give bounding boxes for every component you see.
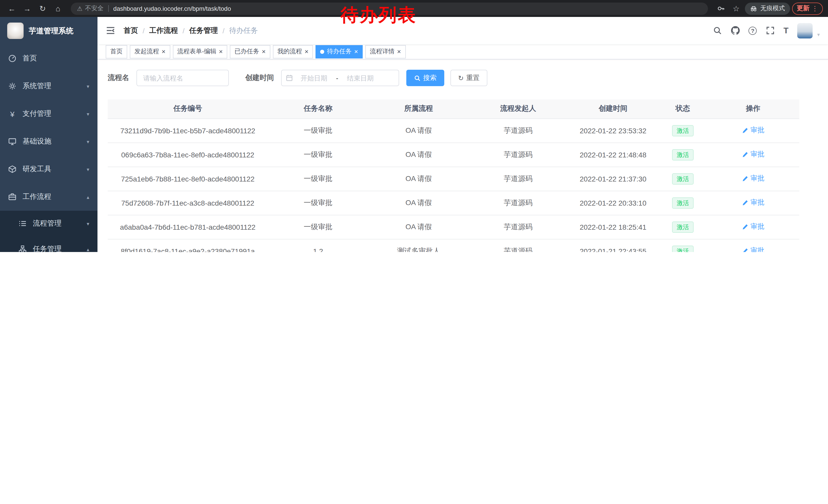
- github-icon[interactable]: [731, 26, 740, 35]
- approve-link[interactable]: 审批: [742, 150, 764, 159]
- cube-icon: [8, 165, 16, 173]
- close-icon[interactable]: ×: [162, 48, 165, 55]
- cell-process: OA 请假: [368, 167, 469, 191]
- column-status: 状态: [659, 99, 707, 119]
- sidebar-toggle-icon[interactable]: [106, 26, 115, 35]
- breadcrumb-item[interactable]: 工作流程: [149, 26, 178, 35]
- font-size-icon[interactable]: T: [783, 26, 788, 35]
- column-create-time: 创建时间: [567, 99, 659, 119]
- sidebar-item-payment[interactable]: ¥ 支付管理 ▾: [0, 100, 97, 128]
- close-icon[interactable]: ×: [354, 48, 358, 55]
- chevron-down-icon: ▾: [87, 83, 89, 89]
- reload-icon[interactable]: ↻: [36, 2, 49, 15]
- status-badge: 激活: [672, 221, 694, 232]
- tab-my-process[interactable]: 我的流程 ×: [273, 45, 313, 58]
- sidebar-item-process-management[interactable]: 流程管理 ▾: [0, 211, 97, 236]
- update-label: 更新: [797, 4, 810, 13]
- address-bar[interactable]: ⚠ 不安全 dashboard.yudao.iocoder.cn/bpm/tas…: [71, 2, 708, 15]
- key-icon[interactable]: [714, 2, 728, 15]
- avatar[interactable]: [797, 23, 813, 38]
- logo-image: [7, 22, 24, 39]
- tab-done-tasks[interactable]: 已办任务 ×: [230, 45, 270, 58]
- close-icon[interactable]: ×: [219, 48, 223, 55]
- search-icon[interactable]: [713, 26, 722, 35]
- edit-icon: [742, 224, 748, 230]
- fullscreen-icon[interactable]: [765, 26, 775, 35]
- close-icon[interactable]: ×: [262, 48, 265, 55]
- cell-actions: 审批: [707, 239, 799, 252]
- start-date-input[interactable]: [294, 74, 334, 82]
- tab-start-process[interactable]: 发起流程 ×: [130, 45, 170, 58]
- sidebar-item-home[interactable]: 首页: [0, 45, 97, 72]
- tab-process-detail[interactable]: 流程详情 ×: [365, 45, 406, 58]
- reset-button-label: 重置: [466, 73, 480, 83]
- breadcrumb-separator: /: [142, 27, 145, 35]
- avatar-caret-icon[interactable]: ▾: [817, 32, 820, 38]
- help-icon[interactable]: ?: [748, 27, 757, 35]
- sidebar-item-label: 流程管理: [33, 219, 61, 228]
- breadcrumb-item[interactable]: 首页: [124, 26, 138, 35]
- breadcrumb-item[interactable]: 任务管理: [189, 26, 218, 35]
- url-text: dashboard.yudao.iocoder.cn/bpm/task/todo: [113, 5, 231, 12]
- close-icon[interactable]: ×: [305, 48, 308, 55]
- table-body: 73211d9d-7b9b-11ec-b5b7-acde48001122 一级审…: [108, 119, 799, 252]
- approve-link[interactable]: 审批: [742, 222, 764, 231]
- sidebar-item-task-management[interactable]: 任务管理 ▴: [0, 236, 97, 252]
- cell-starter: 芋道源码: [469, 119, 567, 142]
- table-header: 任务编号 任务名称 所属流程 流程发起人 创建时间 状态 操作: [108, 99, 799, 119]
- cell-process: OA 请假: [368, 191, 469, 215]
- sidebar-item-label: 工作流程: [23, 192, 51, 201]
- browser-menu-icon[interactable]: ⋮: [812, 5, 818, 12]
- update-button[interactable]: 更新 ⋮: [792, 2, 823, 15]
- sidebar-item-system[interactable]: 系统管理 ▾: [0, 72, 97, 100]
- search-button[interactable]: 搜索: [406, 70, 444, 86]
- approve-link[interactable]: 审批: [742, 174, 764, 183]
- forward-icon[interactable]: →: [20, 2, 34, 15]
- sidebar-item-infrastructure[interactable]: 基础设施 ▾: [0, 128, 97, 155]
- date-range-picker[interactable]: -: [281, 70, 399, 86]
- chevron-up-icon: ▴: [87, 246, 89, 252]
- tab-label: 待办任务: [327, 47, 352, 56]
- list-icon: [18, 220, 27, 228]
- bookmark-star-icon[interactable]: ☆: [730, 2, 743, 15]
- breadcrumb: 首页 / 工作流程 / 任务管理 / 待办任务: [124, 26, 258, 35]
- tab-home[interactable]: 首页: [106, 45, 127, 58]
- calendar-icon: [286, 74, 293, 82]
- cell-process: OA 请假: [368, 142, 469, 167]
- app-logo[interactable]: 芋道管理系统: [0, 17, 97, 45]
- tab-todo-tasks[interactable]: 待办任务 ×: [316, 45, 363, 58]
- approve-link[interactable]: 审批: [742, 126, 764, 135]
- approve-link[interactable]: 审批: [742, 198, 764, 208]
- tab-label: 我的流程: [278, 47, 302, 56]
- approve-label: 审批: [750, 174, 764, 183]
- cell-process: OA 请假: [368, 215, 469, 239]
- chevron-down-icon: ▾: [87, 221, 89, 226]
- chevron-down-icon: ▾: [87, 139, 89, 144]
- process-name-input[interactable]: [136, 70, 229, 86]
- yen-icon: ¥: [8, 109, 16, 118]
- home-icon[interactable]: ⌂: [51, 2, 65, 15]
- security-label: 不安全: [85, 4, 104, 13]
- filter-bar: 流程名 创建时间 - 搜索 ↻ 重置: [108, 70, 818, 86]
- close-icon[interactable]: ×: [397, 48, 401, 55]
- tab-process-form-edit[interactable]: 流程表单-编辑 ×: [173, 45, 227, 58]
- status-badge: 激活: [672, 245, 694, 252]
- table-row: a6aba0a4-7b6d-11ec-b781-acde48001122 一级审…: [108, 215, 799, 239]
- edit-icon: [742, 175, 748, 182]
- approve-label: 审批: [750, 198, 764, 208]
- back-icon[interactable]: ←: [5, 2, 18, 15]
- cell-actions: 审批: [707, 191, 799, 215]
- create-time-label: 创建时间: [245, 73, 274, 83]
- column-actions: 操作: [707, 99, 799, 119]
- sidebar-item-workflow[interactable]: 工作流程 ▴: [0, 183, 97, 211]
- cell-create-time: 2022-01-22 21:37:30: [567, 167, 659, 191]
- page-content: 流程名 创建时间 - 搜索 ↻ 重置: [97, 59, 828, 252]
- approve-link[interactable]: 审批: [742, 246, 764, 252]
- breadcrumb-separator: /: [182, 27, 185, 35]
- edit-icon: [742, 248, 748, 252]
- main-area: 首页 / 工作流程 / 任务管理 / 待办任务 ?: [97, 17, 828, 252]
- end-date-input[interactable]: [340, 74, 380, 82]
- sidebar-item-label: 首页: [23, 54, 37, 63]
- reset-button[interactable]: ↻ 重置: [450, 70, 487, 86]
- sidebar-item-devtools[interactable]: 研发工具 ▾: [0, 155, 97, 183]
